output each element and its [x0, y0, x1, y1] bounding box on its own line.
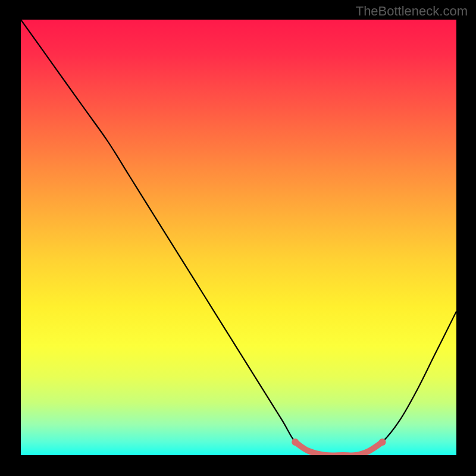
chart-svg — [21, 20, 456, 455]
watermark-text: TheBottleneck.com — [356, 4, 468, 19]
highlight-dot-end — [379, 439, 386, 446]
plot-area — [21, 20, 456, 455]
bottleneck-curve — [21, 20, 456, 455]
highlight-dot-start — [292, 439, 299, 446]
highlight-segment — [295, 442, 382, 455]
